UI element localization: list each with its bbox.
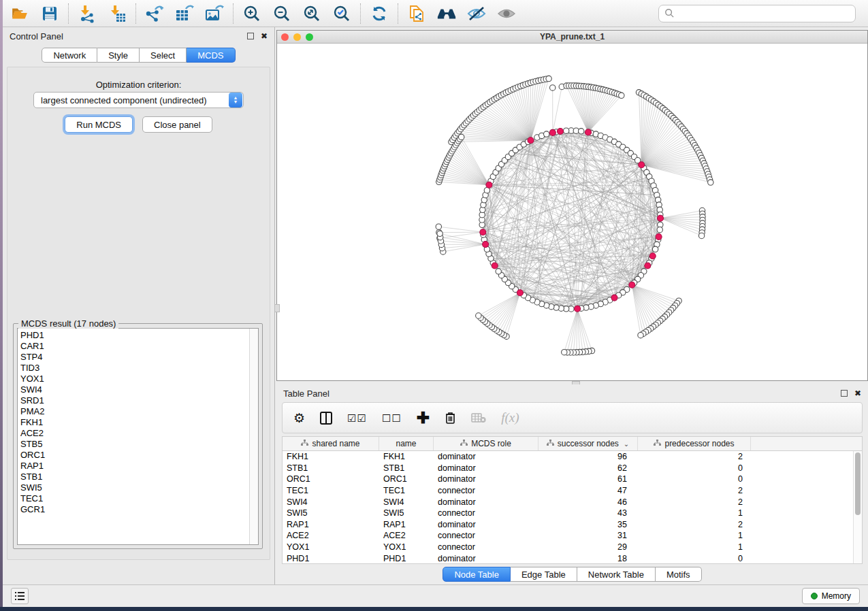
float-panel-icon[interactable] [247,33,254,39]
float-table-panel-icon[interactable] [841,390,848,397]
vertical-split-handle[interactable] [274,304,280,312]
table-row[interactable]: PHD1PHD1dominator180 [283,552,853,564]
network-node[interactable] [496,269,501,274]
select-all-icon[interactable]: ☑☑ [347,413,367,423]
mcds-result-item[interactable]: GCR1 [20,504,249,515]
export-network-icon[interactable] [144,3,165,24]
mcds-result-list[interactable]: PHD1CAR1STP4TID3YOX1SWI4SRD1PMA2FKH1ACE2… [18,329,249,544]
network-node[interactable] [544,131,549,137]
satellite-node[interactable] [476,313,481,318]
selected-mcds-node[interactable] [656,234,662,240]
mcds-result-item[interactable]: SWI4 [20,384,249,395]
zoom-in-icon[interactable] [242,3,262,24]
tab-mcds[interactable]: MCDS [187,48,235,63]
table-row[interactable]: TEC1TEC1connector472 [283,485,853,497]
table-row[interactable]: RAP1RAP1dominator352 [283,519,853,531]
satellite-node[interactable] [619,93,624,98]
satellite-node[interactable] [550,85,556,90]
table-row[interactable]: ORC1ORC1dominator610 [283,474,853,485]
tab-motifs[interactable]: Motifs [656,567,702,582]
delete-rows-icon[interactable] [445,411,456,425]
refresh-icon[interactable] [369,3,389,24]
satellite-node[interactable] [638,333,643,338]
satellite-node[interactable] [708,180,713,185]
function-builder-icon[interactable]: f(x) [501,410,519,425]
mcds-result-item[interactable]: PHD1 [20,330,249,341]
network-node[interactable] [579,129,584,134]
selected-mcds-node[interactable] [575,306,581,312]
add-column-icon[interactable]: ✚ [417,410,430,426]
hide-selected-icon[interactable] [466,3,487,24]
selected-mcds-node[interactable] [486,182,492,188]
selected-mcds-node[interactable] [558,129,564,135]
selected-mcds-node[interactable] [549,129,556,135]
mcds-result-item[interactable]: SRD1 [20,395,249,406]
satellite-node[interactable] [436,224,441,229]
satellite-node[interactable] [562,350,567,355]
table-scrollbar-thumb[interactable] [855,452,861,515]
close-table-panel-icon[interactable]: ✖ [854,389,861,397]
table-scrollbar[interactable] [853,451,862,563]
table-row[interactable]: FKH1FKH1dominator962 [283,451,853,463]
network-graph[interactable] [277,44,867,380]
selected-mcds-node[interactable] [480,229,486,235]
network-node[interactable] [652,246,658,252]
column-header-predecessor-nodes[interactable]: predecessor nodes [638,437,751,450]
zoom-fit-icon[interactable] [302,3,322,24]
close-panel-icon[interactable]: ✖ [261,32,268,40]
tab-style[interactable]: Style [97,48,140,63]
clone-network-icon[interactable] [406,3,427,24]
network-node[interactable] [564,128,569,133]
column-header-MCDS-role[interactable]: MCDS role [434,437,539,450]
minimize-window-button[interactable] [293,33,301,41]
table-row[interactable]: SWI5SWI5connector431 [283,508,853,519]
mcds-result-item[interactable]: SWI5 [20,482,249,493]
optimization-criterion-select[interactable]: largest connected component (undirected)… [33,92,244,108]
selected-mcds-node[interactable] [645,263,651,269]
table-row[interactable]: ACE2ACE2connector311 [283,530,853,542]
mcds-result-item[interactable]: RAP1 [20,461,249,472]
selected-mcds-node[interactable] [639,162,645,168]
column-header-name[interactable]: name [379,437,434,450]
import-network-icon[interactable] [77,3,97,24]
first-neighbors-icon[interactable] [436,3,457,24]
satellite-node[interactable] [459,134,464,139]
memory-button[interactable]: Memory [802,588,860,604]
table-row[interactable]: SWI4SWI4dominator462 [283,496,853,508]
zoom-selected-icon[interactable] [332,3,352,24]
split-columns-icon[interactable] [320,412,332,425]
network-canvas[interactable] [277,44,867,380]
export-table-icon[interactable] [174,3,195,24]
satellite-node[interactable] [546,76,551,81]
settings-gear-icon[interactable]: ⚙ [293,412,305,425]
zoom-out-icon[interactable] [272,3,292,24]
selected-mcds-node[interactable] [649,253,656,259]
tab-select[interactable]: Select [140,48,187,63]
satellite-node[interactable] [698,233,704,238]
mcds-result-item[interactable]: STB1 [20,472,249,482]
selected-mcds-node[interactable] [483,242,489,248]
search-input[interactable] [679,8,850,18]
column-header-successor-nodes[interactable]: successor nodes⌄ [539,437,638,450]
delete-table-icon[interactable] [471,412,486,423]
selected-mcds-node[interactable] [528,137,534,144]
tab-node-table[interactable]: Node Table [443,567,511,582]
selected-mcds-node[interactable] [517,290,523,296]
tab-edge-table[interactable]: Edge Table [511,567,577,582]
mcds-result-item[interactable]: PMA2 [20,406,249,417]
maximize-window-button[interactable] [306,33,313,41]
mcds-result-item[interactable]: STP4 [20,352,249,363]
run-mcds-button[interactable]: Run MCDS [65,116,133,133]
network-node[interactable] [657,227,662,233]
mcds-list-scrollbar[interactable] [249,329,258,544]
selected-mcds-node[interactable] [658,215,664,221]
export-image-icon[interactable] [204,3,225,24]
mcds-result-item[interactable]: ORC1 [20,450,249,461]
selected-mcds-node[interactable] [585,129,592,135]
mcds-result-item[interactable]: TID3 [20,363,249,374]
selected-mcds-node[interactable] [629,282,635,288]
mcds-result-item[interactable]: FKH1 [20,417,249,428]
show-all-icon[interactable] [496,3,517,24]
close-panel-button[interactable]: Close panel [142,116,212,133]
deselect-all-icon[interactable]: ☐☐ [382,413,402,423]
